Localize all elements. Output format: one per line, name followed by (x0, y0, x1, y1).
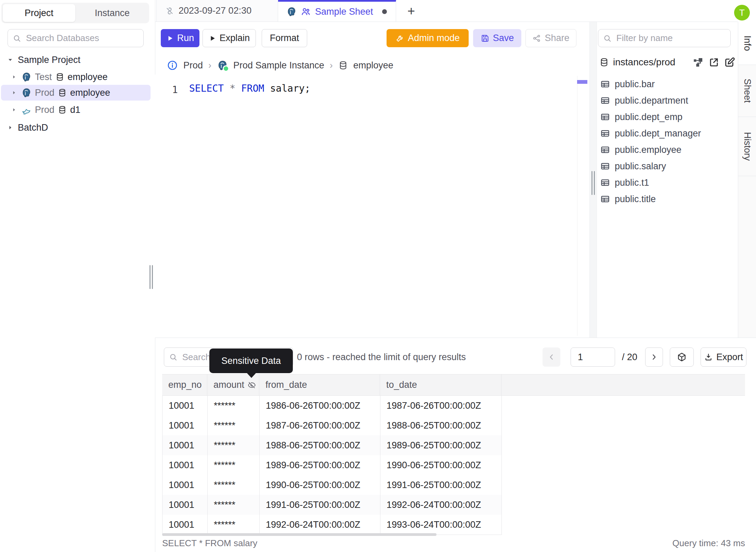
table-icon (600, 178, 610, 187)
search-icon (603, 34, 612, 43)
tree-item-sample-project[interactable]: Sample Project (6, 52, 150, 68)
table-row: 10001 ****** 1992-06-24T00:00:00Z 1993-0… (162, 515, 502, 535)
tooltip-arrow (247, 373, 256, 378)
table-list-item[interactable]: public.employee (600, 142, 681, 158)
page-number-field[interactable] (571, 347, 615, 367)
left-sidebar: Project Instance Sample Project Test emp… (0, 0, 155, 552)
chevron-right-icon: › (208, 60, 211, 71)
cell-amount-masked: ****** (208, 475, 260, 495)
cell-emp-no: 10001 (162, 416, 208, 435)
caret-right-icon (10, 106, 18, 114)
table-name: public.salary (615, 161, 666, 172)
table-list-item[interactable]: public.bar (600, 76, 655, 92)
table-list-item[interactable]: public.title (600, 191, 656, 207)
save-button[interactable]: Save (473, 29, 521, 47)
tree-item-test-employee[interactable]: Test employee (10, 69, 150, 85)
sql-editor[interactable]: 1 SELECT * FROM salary; (155, 75, 589, 338)
tree-item-batchd[interactable]: BatchD (6, 120, 150, 135)
run-button[interactable]: Run (161, 29, 199, 47)
side-tab-strip: Info Sheet History (738, 22, 756, 338)
project-label: BatchD (18, 122, 48, 133)
sql-operator: * (230, 83, 235, 94)
avatar-initial: T (739, 8, 745, 18)
page-number-input[interactable] (571, 348, 615, 366)
avatar[interactable]: T (734, 5, 750, 21)
results-summary: 0 rows - reached the limit of query resu… (297, 347, 466, 367)
status-query-text: SELECT * FROM salary (162, 538, 257, 549)
cell-from-date: 1986-06-26T00:00:00Z (260, 396, 380, 416)
cell-emp-no: 10001 (162, 455, 208, 475)
download-icon (704, 353, 713, 362)
side-tab-history[interactable]: History (738, 117, 756, 176)
tab-instance[interactable]: Instance (77, 4, 148, 22)
admin-mode-button[interactable]: Admin mode (387, 29, 469, 47)
chevron-right-icon (650, 353, 659, 362)
table-icon (600, 79, 610, 89)
next-page-button[interactable] (645, 347, 663, 367)
database-label: d1 (70, 105, 80, 115)
format-label: Format (270, 33, 299, 43)
sql-keyword: SELECT (189, 83, 224, 94)
sql-code-line: SELECT * FROM salary; (189, 83, 310, 94)
cell-to-date: 1987-06-26T00:00:00Z (380, 396, 502, 416)
right-panel-resize-handle[interactable] (591, 171, 595, 195)
table-name: public.dept_manager (615, 128, 701, 139)
database-label: employee (68, 72, 108, 82)
table-list-item[interactable]: public.salary (600, 158, 666, 174)
tree-item-prod-employee-selected[interactable]: Prod employee (1, 85, 151, 101)
share-button[interactable]: Share (525, 29, 576, 47)
schema-diagram-icon[interactable] (692, 56, 704, 68)
table-icon (600, 112, 610, 122)
save-icon (481, 34, 490, 43)
filter-by-name-input[interactable] (616, 32, 726, 44)
save-label: Save (493, 33, 514, 43)
tree-item-prod-d1[interactable]: Prod d1 (10, 102, 150, 118)
breadcrumb-env[interactable]: Prod (183, 60, 203, 71)
results-panel: 0 rows - reached the limit of query resu… (155, 338, 756, 552)
cell-from-date: 1987-06-26T00:00:00Z (260, 416, 380, 435)
sensitive-data-tooltip: Sensitive Data (209, 349, 293, 373)
database-icon (55, 73, 64, 81)
tab-project[interactable]: Project (3, 4, 75, 22)
chevron-left-icon (547, 353, 556, 362)
cell-amount-masked: ****** (208, 515, 260, 535)
table-name: public.employee (615, 145, 681, 155)
plus-icon: + (407, 4, 415, 17)
prev-page-button[interactable] (543, 347, 560, 367)
breadcrumb-instance[interactable]: Prod Sample Instance (233, 60, 324, 71)
table-name: public.t1 (615, 178, 649, 188)
search-databases-input[interactable] (25, 32, 139, 44)
info-icon[interactable] (167, 60, 178, 71)
eye-off-icon (248, 381, 256, 389)
export-button[interactable]: Export (701, 347, 746, 367)
cell-amount-masked: ****** (208, 416, 260, 435)
sidebar-resize-handle[interactable] (149, 265, 153, 289)
table-list-item[interactable]: public.dept_manager (600, 125, 701, 142)
table-row: 10001 ****** 1987-06-26T00:00:00Z 1988-0… (162, 416, 502, 436)
new-tab-button[interactable]: + (403, 3, 419, 19)
sql-editor-app: Project Instance Sample Project Test emp… (0, 0, 756, 552)
table-list-item[interactable]: public.dept_emp (600, 109, 682, 125)
table-icon (600, 129, 610, 138)
table-name: public.department (615, 95, 688, 106)
horizontal-scrollbar[interactable] (162, 533, 436, 536)
cell-amount-masked: ****** (208, 435, 260, 455)
table-list-item[interactable]: public.t1 (600, 174, 649, 191)
table-list-item[interactable]: public.department (600, 92, 688, 109)
column-header-emp-no: emp_no (162, 374, 207, 395)
table-name: public.dept_emp (615, 112, 682, 122)
side-tab-sheet[interactable]: Sheet (738, 65, 756, 117)
format-button[interactable]: Format (262, 29, 307, 47)
breadcrumb-database[interactable]: employee (353, 60, 393, 71)
database-icon (58, 88, 67, 97)
explain-button[interactable]: Explain (203, 29, 256, 47)
status-green-dot (223, 65, 229, 72)
edit-icon[interactable] (724, 56, 735, 68)
tab-instance-label: Instance (95, 8, 130, 18)
tab-timestamp-sheet[interactable]: 2023-09-27 02:30 (156, 0, 278, 22)
tab-sample-sheet-active[interactable]: Sample Sheet (278, 0, 396, 22)
external-link-icon[interactable] (708, 56, 720, 68)
side-tab-info-active[interactable]: Info (738, 22, 756, 65)
result-view-mode-button[interactable] (670, 347, 694, 367)
line-number: 1 (172, 84, 178, 95)
